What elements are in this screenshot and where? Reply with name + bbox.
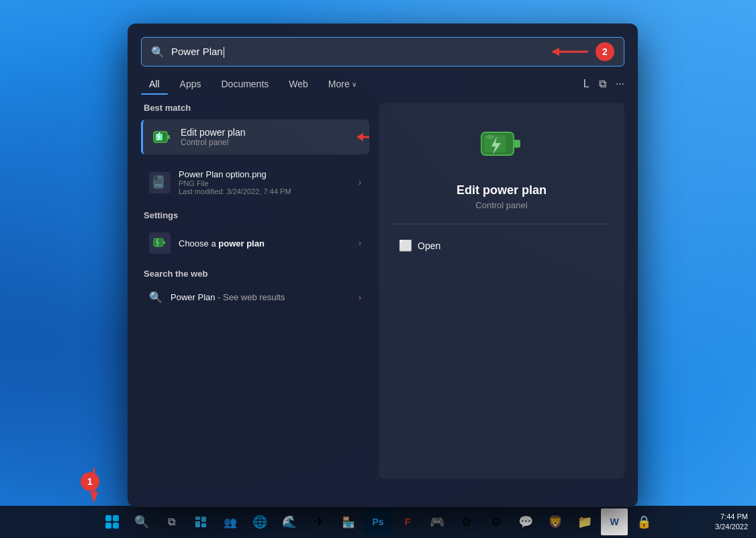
web-chevron-icon: › [359,293,361,302]
svg-rect-14 [158,176,161,179]
png-result-info: Power Plan option.png PNG File Last modi… [179,169,350,195]
taskbar-foxit-button[interactable]: F [394,508,421,535]
svg-text:PNG: PNG [155,183,162,187]
search-icon: 🔍 [151,46,164,58]
png-result-type: PNG File [179,179,350,187]
best-match-label: Best match [141,103,369,113]
share-icon[interactable]: ⧉ [599,78,606,90]
taskbar-settings-button[interactable]: ⚙ [483,508,510,535]
start-button[interactable] [99,508,126,535]
settings-section: Settings Choose a power plan [141,210,369,259]
svg-rect-27 [113,515,119,521]
tab-apps[interactable]: Apps [172,75,209,93]
svg-rect-33 [201,523,206,527]
svg-rect-28 [105,523,111,529]
taskbar: 🔍 ⧉ 👥 🌐 🌊 ✈ 🏪 Ps F 🎮 ⚙ ⚙ [0,506,756,538]
tab-more[interactable]: More ∨ [320,75,365,93]
svg-rect-32 [195,521,200,527]
taskbar-right: 7:44 PM 3/24/2022 [715,512,748,533]
svg-rect-31 [201,517,206,522]
taskbar-gaming-button[interactable]: 🎮 [424,508,451,535]
svg-marker-1 [90,492,98,503]
svg-rect-26 [105,515,111,521]
detail-open-label: Open [418,240,440,251]
png-result-title: Power Plan option.png [179,169,350,179]
detail-subtitle: Control panel [475,200,527,210]
arrow-1 [87,468,101,506]
taskbar-telegram-button[interactable]: ✈ [305,508,332,535]
detail-divider [392,224,611,224]
taskbar-widgets-button[interactable] [187,508,214,535]
documents-section: PNG Power Plan option.png PNG File Last … [141,164,369,201]
choose-power-plan-item[interactable]: Choose a power plan › [141,227,369,259]
taskbar-search-button[interactable]: 🔍 [128,508,155,535]
taskbar-edge-button[interactable]: 🌊 [276,508,303,535]
power-plan-png-item[interactable]: PNG Power Plan option.png PNG File Last … [141,164,369,201]
png-file-icon: PNG [149,172,171,193]
taskbar-clock: 7:44 PM 3/24/2022 [715,512,748,533]
best-match-section: Best match Edit p [141,103,369,154]
detail-open-button[interactable]: ⬜ Open [392,235,611,256]
svg-marker-11 [357,133,363,141]
best-match-info: Edit power plan Control panel [181,127,361,147]
more-options-icon[interactable]: ··· [616,78,624,90]
svg-rect-30 [195,517,200,520]
taskbar-chrome-button[interactable]: 🌐 [246,508,273,535]
settings-chevron-icon: › [359,238,361,248]
taskbar-vpn-button[interactable]: 🔒 [630,508,657,535]
best-match-subtitle: Control panel [181,138,361,147]
detail-panel: Edit power plan Control panel ⬜ Open [379,103,624,479]
taskbar-center: 🔍 ⧉ 👥 🌐 🌊 ✈ 🏪 Ps F 🎮 ⚙ ⚙ [99,508,657,535]
step-badge-2: 2 [596,42,614,61]
svg-rect-5 [167,135,170,139]
taskbar-ps-button[interactable]: Ps [365,508,391,535]
start-menu: 🔍 Power Plan 2 All Apps Documents Web Mo… [128,24,638,507]
taskbar-brave-button[interactable]: 🦁 [542,508,569,535]
edit-power-plan-icon [151,126,173,148]
best-match-title: Edit power plan [181,127,361,138]
web-search-info: Power Plan - See web results [171,292,350,302]
web-search-item[interactable]: 🔍 Power Plan - See web results › [141,285,369,309]
taskbar-explorer-button[interactable]: 📁 [571,508,598,535]
svg-rect-22 [514,140,520,148]
annotation-3: 3 [357,128,369,146]
taskbar-store-button[interactable]: 🏪 [335,508,362,535]
tab-web[interactable]: Web [281,75,316,93]
open-external-icon: ⬜ [399,239,412,252]
best-match-item[interactable]: Edit power plan Control panel 3 [141,120,369,154]
search-bar[interactable]: 🔍 Power Plan 2 [141,37,624,66]
left-panel: Best match Edit p [141,103,369,479]
taskbar-word-button[interactable]: W [601,508,628,535]
taskbar-teams-button[interactable]: 👥 [217,508,244,535]
tab-documents[interactable]: Documents [213,75,277,93]
taskbar-taskview-button[interactable]: ⧉ [158,508,185,535]
svg-rect-17 [163,241,165,244]
taskbar-slack-button[interactable]: 💬 [512,508,539,535]
chevron-down-icon: ∨ [352,81,357,88]
choose-power-plan-info: Choose a power plan [179,238,350,249]
web-search-icon: 🔍 [149,291,162,304]
web-label: Search the web [141,269,369,279]
tab-all[interactable]: All [141,75,168,93]
nav-tabs: All Apps Documents Web More ∨ L ⧉ ··· [128,66,638,93]
search-input-value[interactable]: Power Plan [171,46,545,58]
settings-power-icon [149,232,171,254]
search-annotation: 2 [551,42,614,61]
content-area: Best match Edit p [141,103,624,479]
detail-power-icon [475,119,528,173]
png-result-modified: Last modified: 3/24/2022, 7:44 PM [179,187,350,195]
svg-point-25 [486,135,494,139]
taskbar-steam-button[interactable]: ⚙ [453,508,480,535]
png-chevron-icon: › [359,178,361,187]
user-initial[interactable]: L [583,78,589,90]
choose-power-plan-title: Choose a power plan [179,238,350,249]
settings-label: Settings [141,210,369,220]
svg-marker-3 [551,48,559,56]
svg-rect-29 [113,523,119,529]
nav-right: L ⧉ ··· [583,78,624,90]
web-section: Search the web 🔍 Power Plan - See web re… [141,269,369,309]
web-search-title: Power Plan - See web results [171,292,350,302]
detail-title: Edit power plan [457,183,547,197]
